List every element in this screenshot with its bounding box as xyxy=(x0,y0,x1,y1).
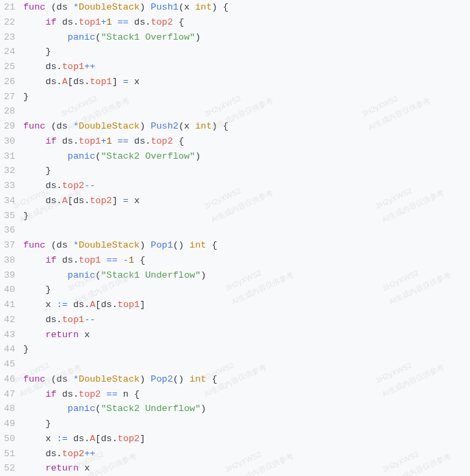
code-line[interactable]: 48 panic("Stack2 Underflow") xyxy=(0,401,470,416)
code-content[interactable]: } xyxy=(23,44,470,60)
line-number: 30 xyxy=(0,134,23,149)
code-content[interactable]: panic("Stack2 Underflow") xyxy=(23,401,470,416)
line-number: 22 xyxy=(0,15,23,30)
line-number: 47 xyxy=(0,387,23,402)
code-content[interactable]: return x xyxy=(23,461,470,476)
code-content[interactable]: x := ds.A[ds.top2] xyxy=(23,432,470,447)
code-line[interactable]: 37func (ds *DoubleStack) Pop1() int { xyxy=(0,238,470,253)
code-line[interactable]: 33 ds.top2-- xyxy=(0,178,470,194)
line-number: 29 xyxy=(0,119,23,134)
line-number: 38 xyxy=(0,253,23,268)
code-line[interactable]: 41 x := ds.A[ds.top1] xyxy=(0,298,470,313)
code-line[interactable]: 44} xyxy=(0,342,470,357)
code-content[interactable]: ds.top2-- xyxy=(23,178,470,194)
line-number: 52 xyxy=(0,461,23,476)
code-content[interactable]: } xyxy=(23,209,470,224)
code-line[interactable]: 43 return x xyxy=(0,328,470,343)
code-content[interactable]: } xyxy=(23,342,470,357)
code-line[interactable]: 24 } xyxy=(0,44,470,60)
line-number: 31 xyxy=(0,149,23,164)
line-number: 25 xyxy=(0,60,23,75)
code-line[interactable]: 22 if ds.top1+1 == ds.top2 { xyxy=(0,15,470,30)
code-line[interactable]: 34 ds.A[ds.top2] = x xyxy=(0,194,470,209)
code-content[interactable]: func (ds *DoubleStack) Push2(x int) { xyxy=(23,119,470,134)
code-content[interactable]: } xyxy=(23,282,470,298)
code-content[interactable]: return x xyxy=(23,328,470,343)
code-content[interactable]: ds.top1++ xyxy=(23,60,470,75)
code-line[interactable]: 45 xyxy=(0,357,470,372)
code-line[interactable]: 28 xyxy=(0,104,470,119)
code-content[interactable]: } xyxy=(23,90,470,105)
code-content[interactable]: ds.A[ds.top1] = x xyxy=(23,75,470,90)
code-line[interactable]: 50 x := ds.A[ds.top2] xyxy=(0,432,470,447)
code-line[interactable]: 51 ds.top2++ xyxy=(0,447,470,462)
code-line[interactable]: 27} xyxy=(0,90,470,105)
line-number: 24 xyxy=(0,44,23,60)
line-number: 41 xyxy=(0,298,23,313)
code-line[interactable]: 40 } xyxy=(0,282,470,298)
code-line[interactable]: 29func (ds *DoubleStack) Push2(x int) { xyxy=(0,119,470,134)
code-line[interactable]: 25 ds.top1++ xyxy=(0,60,470,75)
line-number: 21 xyxy=(0,0,23,15)
line-number: 27 xyxy=(0,90,23,105)
line-number: 46 xyxy=(0,372,23,387)
code-line[interactable]: 35} xyxy=(0,209,470,224)
line-number: 23 xyxy=(0,30,23,45)
code-content[interactable]: panic("Stack1 Underflow") xyxy=(23,268,470,283)
code-line[interactable]: 23 panic("Stack1 Overflow") xyxy=(0,30,470,45)
line-number: 39 xyxy=(0,268,23,283)
code-content[interactable]: func (ds *DoubleStack) Pop2() int { xyxy=(23,372,470,387)
line-number: 45 xyxy=(0,357,23,372)
line-number: 34 xyxy=(0,194,23,209)
line-number: 48 xyxy=(0,401,23,416)
line-number: 36 xyxy=(0,223,23,238)
line-number: 49 xyxy=(0,416,23,432)
code-editor[interactable]: 21func (ds *DoubleStack) Push1(x int) {2… xyxy=(0,0,470,476)
code-content[interactable]: } xyxy=(23,163,470,178)
code-line[interactable]: 30 if ds.top1+1 == ds.top2 { xyxy=(0,134,470,149)
line-number: 51 xyxy=(0,447,23,462)
code-line[interactable]: 21func (ds *DoubleStack) Push1(x int) { xyxy=(0,0,470,15)
code-content[interactable]: panic("Stack1 Overflow") xyxy=(23,30,470,45)
code-line[interactable]: 32 } xyxy=(0,163,470,178)
line-number: 28 xyxy=(0,104,23,119)
line-number: 44 xyxy=(0,342,23,357)
code-line[interactable]: 39 panic("Stack1 Underflow") xyxy=(0,268,470,283)
code-line[interactable]: 36 xyxy=(0,223,470,238)
code-line[interactable]: 26 ds.A[ds.top1] = x xyxy=(0,75,470,90)
code-content[interactable]: if ds.top1+1 == ds.top2 { xyxy=(23,134,470,149)
code-content[interactable]: if ds.top1 == -1 { xyxy=(23,253,470,268)
line-number: 35 xyxy=(0,209,23,224)
code-line[interactable]: 31 panic("Stack2 Overflow") xyxy=(0,149,470,164)
code-content[interactable]: func (ds *DoubleStack) Push1(x int) { xyxy=(23,0,470,15)
code-line[interactable]: 49 } xyxy=(0,416,470,432)
line-number: 37 xyxy=(0,238,23,253)
code-content[interactable]: if ds.top1+1 == ds.top2 { xyxy=(23,15,470,30)
code-line[interactable]: 38 if ds.top1 == -1 { xyxy=(0,253,470,268)
line-number: 40 xyxy=(0,282,23,298)
line-number: 43 xyxy=(0,328,23,343)
line-number: 50 xyxy=(0,432,23,447)
code-content[interactable]: func (ds *DoubleStack) Pop1() int { xyxy=(23,238,470,253)
line-number: 32 xyxy=(0,163,23,178)
code-content[interactable]: ds.top2++ xyxy=(23,447,470,462)
code-line[interactable]: 52 return x xyxy=(0,461,470,476)
code-content[interactable]: x := ds.A[ds.top1] xyxy=(23,298,470,313)
code-content[interactable]: } xyxy=(23,416,470,432)
line-number: 42 xyxy=(0,313,23,328)
code-content[interactable]: ds.A[ds.top2] = x xyxy=(23,194,470,209)
line-number: 33 xyxy=(0,178,23,194)
code-content[interactable]: panic("Stack2 Overflow") xyxy=(23,149,470,164)
code-content[interactable]: ds.top1-- xyxy=(23,313,470,328)
code-line[interactable]: 47 if ds.top2 == n { xyxy=(0,387,470,402)
code-content[interactable]: if ds.top2 == n { xyxy=(23,387,470,402)
line-number: 26 xyxy=(0,75,23,90)
code-line[interactable]: 46func (ds *DoubleStack) Pop2() int { xyxy=(0,372,470,387)
code-line[interactable]: 42 ds.top1-- xyxy=(0,313,470,328)
